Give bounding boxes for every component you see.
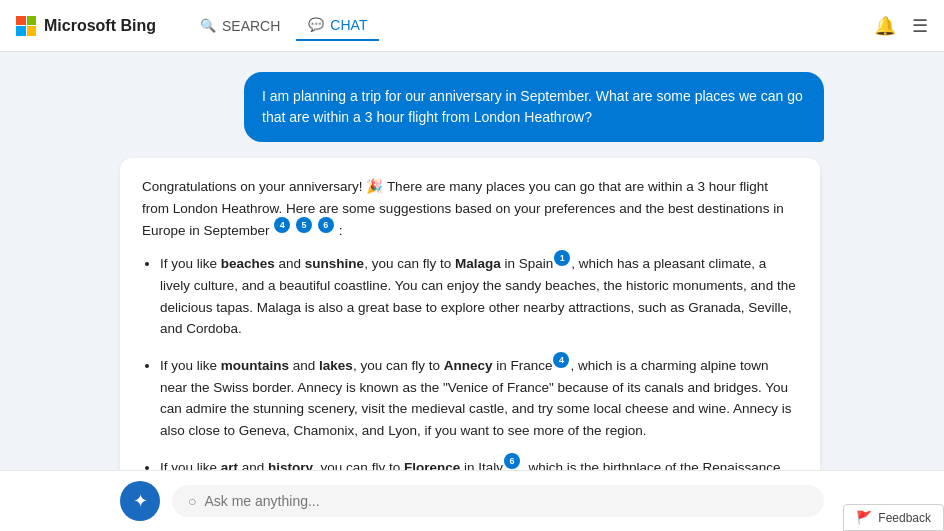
feedback-button[interactable]: 🚩 Feedback (843, 504, 944, 531)
nav-bar: 🔍 SEARCH 💬 CHAT (188, 11, 379, 41)
feedback-icon: 🚩 (856, 510, 872, 525)
ref-4[interactable]: 4 (274, 217, 290, 233)
search-input-wrap[interactable]: ○ (172, 485, 824, 517)
logo-text: Microsoft Bing (44, 17, 156, 35)
notification-bell-icon[interactable]: 🔔 (874, 15, 896, 37)
user-message-bubble: I am planning a trip for our anniversary… (244, 72, 824, 142)
ref-6b[interactable]: 6 (504, 453, 520, 469)
ref-6[interactable]: 6 (318, 217, 334, 233)
bing-avatar-button[interactable]: ✦ (120, 481, 160, 521)
header: Microsoft Bing 🔍 SEARCH 💬 CHAT 🔔 ☰ (0, 0, 944, 52)
list-item: If you like beaches and sunshine, you ca… (160, 252, 798, 340)
ref-5[interactable]: 5 (296, 217, 312, 233)
ref-1[interactable]: 1 (554, 250, 570, 266)
sparkle-icon: ✦ (133, 490, 148, 512)
nav-search[interactable]: 🔍 SEARCH (188, 12, 292, 40)
search-input-icon: ○ (188, 493, 196, 509)
ref-4b[interactable]: 4 (553, 352, 569, 368)
search-nav-icon: 🔍 (200, 18, 216, 33)
header-right: 🔔 ☰ (874, 15, 928, 37)
bot-intro: Congratulations on your anniversary! 🎉 T… (142, 176, 798, 242)
chat-nav-icon: 💬 (308, 17, 324, 32)
chat-input[interactable] (204, 493, 808, 509)
input-bar: ✦ ○ (0, 470, 944, 531)
chat-area: I am planning a trip for our anniversary… (0, 52, 944, 470)
list-item: If you like art and history, you can fly… (160, 455, 798, 470)
hamburger-menu-icon[interactable]: ☰ (912, 15, 928, 37)
nav-chat[interactable]: 💬 CHAT (296, 11, 379, 41)
microsoft-logo-icon (16, 16, 36, 36)
logo: Microsoft Bing (16, 16, 156, 36)
list-item: If you like mountains and lakes, you can… (160, 354, 798, 442)
bot-suggestions-list: If you like beaches and sunshine, you ca… (142, 252, 798, 470)
bot-message-bubble: Congratulations on your anniversary! 🎉 T… (120, 158, 820, 470)
